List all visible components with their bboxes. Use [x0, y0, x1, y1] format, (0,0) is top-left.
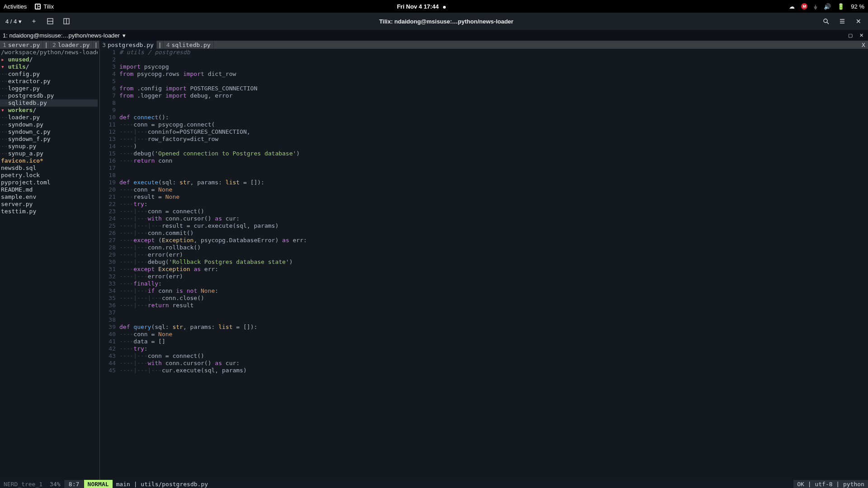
- code-line[interactable]: 26····|···conn.commit(): [101, 230, 868, 237]
- code-line[interactable]: 4from psycopg.rows import dict_row: [101, 70, 868, 78]
- line-number: 19: [101, 179, 119, 186]
- code-line[interactable]: 6from .config import POSTGRES_CONNECTION: [101, 85, 868, 92]
- line-number: 34: [101, 287, 119, 295]
- battery-icon[interactable]: 🔋: [837, 3, 844, 10]
- tree-file-postgresdb-py[interactable]: ··postgresdb.py: [0, 92, 98, 99]
- code-line[interactable]: 16····return conn: [101, 157, 868, 164]
- code-line[interactable]: 10def connect():: [101, 114, 868, 121]
- tree-file-README-md[interactable]: README.md: [0, 186, 98, 193]
- code-line[interactable]: 2: [101, 56, 868, 63]
- code-line[interactable]: 32····|···error(err): [101, 273, 868, 280]
- split-divider[interactable]: [98, 49, 101, 480]
- tree-file-sqlitedb-py[interactable]: ··sqlitedb.py: [0, 99, 98, 107]
- code-line[interactable]: 31····except Exception as err:: [101, 266, 868, 273]
- chevron-down-icon: ▾: [19, 18, 22, 25]
- tree-file-poetry-lock[interactable]: poetry.lock: [0, 172, 98, 179]
- code-line[interactable]: 44····|···with conn.cursor() as cur:: [101, 360, 868, 367]
- code-line[interactable]: 28····|···conn.rollback(): [101, 244, 868, 251]
- code-line[interactable]: 30····|···debug('Rollback Postgres datab…: [101, 258, 868, 266]
- tabline-close-button[interactable]: X: [859, 41, 868, 49]
- code-line[interactable]: 13····|···row_factory=dict_row: [101, 136, 868, 143]
- code-line[interactable]: 22····try:: [101, 201, 868, 208]
- code-line[interactable]: 15····debug('Opened connection to Postgr…: [101, 150, 868, 157]
- code-line[interactable]: 19def execute(sql: str, params: list = […: [101, 179, 868, 186]
- code-line[interactable]: 7from .logger import debug, error: [101, 92, 868, 99]
- split-down-button[interactable]: [43, 14, 57, 28]
- code-line[interactable]: 1# utils / postgresdb: [101, 49, 868, 56]
- maximize-pane-button[interactable]: ▢: [846, 31, 854, 39]
- line-number: 38: [101, 316, 119, 324]
- code-line[interactable]: 42····try:: [101, 345, 868, 352]
- mega-sync-icon[interactable]: M: [801, 3, 807, 9]
- split-right-button[interactable]: [60, 14, 73, 28]
- code-line[interactable]: 21····result = None: [101, 193, 868, 201]
- vim-tab-postgresdb-py[interactable]: 3 postgresdb.py: [99, 41, 157, 49]
- close-window-button[interactable]: ✕: [852, 14, 865, 28]
- tree-file-config-py[interactable]: ··config.py: [0, 70, 98, 78]
- code-line[interactable]: 23····|···conn = connect(): [101, 208, 868, 215]
- search-button[interactable]: [819, 14, 833, 28]
- code-line[interactable]: 33····finally:: [101, 280, 868, 287]
- tree-file-synup-a-py[interactable]: ··synup_a.py: [0, 150, 98, 157]
- tree-file-synup-py[interactable]: ··synup.py: [0, 143, 98, 150]
- tree-file-syndown-py[interactable]: ··syndown.py: [0, 121, 98, 128]
- hamburger-menu-button[interactable]: [835, 14, 849, 28]
- code-line[interactable]: 43····|···conn = connect(): [101, 352, 868, 360]
- code-line[interactable]: 8: [101, 99, 868, 107]
- wifi-icon[interactable]: ⏚: [814, 3, 817, 10]
- code-line[interactable]: 25····|···|···result = cur.execute(sql, …: [101, 222, 868, 230]
- tree-file-server-py[interactable]: server.py: [0, 201, 98, 208]
- code-line[interactable]: 18: [101, 172, 868, 179]
- tree-file-testtim-py[interactable]: testtim.py: [0, 208, 98, 215]
- tree-file-pyproject-toml[interactable]: pyproject.toml: [0, 179, 98, 186]
- session-switcher[interactable]: 4 / 4 ▾: [3, 16, 24, 27]
- svg-line-5: [827, 22, 829, 24]
- code-line[interactable]: 36····|···return result: [101, 302, 868, 309]
- activities-button[interactable]: Activities: [4, 3, 27, 10]
- code-line[interactable]: 29····|···error(err): [101, 251, 868, 258]
- clock[interactable]: Fri Nov 4 17:44: [54, 3, 789, 10]
- terminal-title-label[interactable]: 1: ndaidong@msisuse:…python/news-loader: [3, 32, 120, 39]
- editor-pane[interactable]: 1# utils / postgresdb23import psycopg4fr…: [101, 49, 868, 480]
- tree-file-newsdb-sql[interactable]: newsdb.sql: [0, 164, 98, 172]
- code-line[interactable]: 35····|···|···conn.close(): [101, 295, 868, 302]
- tree-dir-utils[interactable]: ▾ utils/: [0, 63, 98, 70]
- code-line[interactable]: 20····conn = None: [101, 186, 868, 193]
- code-line[interactable]: 3import psycopg: [101, 63, 868, 70]
- code-line[interactable]: 9: [101, 107, 868, 114]
- tree-file-syndown-c-py[interactable]: ··syndown_c.py: [0, 128, 98, 136]
- tree-file-extractor-py[interactable]: ··extractor.py: [0, 78, 98, 85]
- tree-file-favicon-ico-[interactable]: favicon.ico*: [0, 157, 98, 164]
- tree-file-sample-env[interactable]: sample.env: [0, 193, 98, 201]
- code-line[interactable]: 38: [101, 316, 868, 324]
- tree-file-logger-py[interactable]: ··logger.py: [0, 85, 98, 92]
- cloud-icon[interactable]: ☁: [789, 3, 795, 10]
- code-line[interactable]: 37: [101, 309, 868, 316]
- vim-tab-loader-py[interactable]: 2 loader.py: [50, 41, 93, 49]
- tree-file-loader-py[interactable]: ··loader.py: [0, 114, 98, 121]
- code-line[interactable]: 11····conn = psycopg.connect(: [101, 121, 868, 128]
- code-line[interactable]: 39def query(sql: str, params: list = [])…: [101, 324, 868, 331]
- vim-tab-server-py[interactable]: 1 server.py: [0, 41, 43, 49]
- nerdtree-panel[interactable]: /workspace/python/news-loader/ ▸ unused/…: [0, 49, 98, 480]
- line-number: 44: [101, 360, 119, 367]
- code-line[interactable]: 40····conn = None: [101, 331, 868, 338]
- code-line[interactable]: 41····data = []: [101, 338, 868, 345]
- code-line[interactable]: 17: [101, 164, 868, 172]
- code-line[interactable]: 24····|···with conn.cursor() as cur:: [101, 215, 868, 222]
- code-line[interactable]: 12····|···conninfo=POSTGRES_CONNECTION,: [101, 128, 868, 136]
- vim-tab-sqlitedb-py[interactable]: 4 sqlitedb.py: [164, 41, 214, 49]
- close-pane-button[interactable]: ✕: [857, 31, 865, 39]
- code-line[interactable]: 14····): [101, 143, 868, 150]
- tree-dir-workers[interactable]: ▾ workers/: [0, 107, 98, 114]
- code-line[interactable]: 34····|···if conn is not None:: [101, 287, 868, 295]
- new-session-button[interactable]: ＋: [27, 14, 41, 28]
- volume-icon[interactable]: 🔊: [824, 3, 831, 10]
- code-line[interactable]: 27····except (Exception, psycopg.Databas…: [101, 237, 868, 244]
- tree-dir-unused[interactable]: ▸ unused/: [0, 56, 98, 63]
- code-line[interactable]: 45····|···|···cur.execute(sql, params): [101, 367, 868, 374]
- app-menu[interactable]: Tilix: [35, 3, 54, 10]
- code-line[interactable]: 5: [101, 78, 868, 85]
- terminal-title-chevron-icon[interactable]: ▾: [123, 32, 126, 39]
- tree-file-syndown-f-py[interactable]: ··syndown_f.py: [0, 136, 98, 143]
